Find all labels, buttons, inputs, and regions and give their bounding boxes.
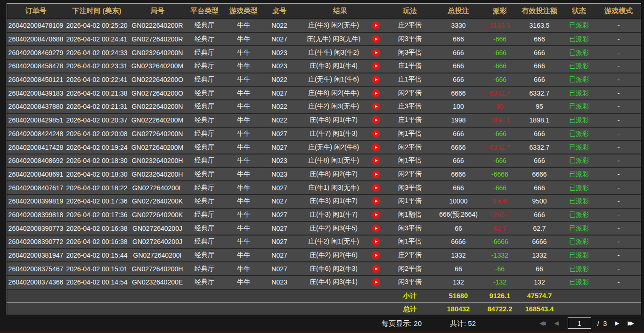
cell-game-mode: -	[596, 181, 641, 195]
cell-result: 庄(牛2) 闲2(牛6)	[295, 249, 385, 262]
play-icon[interactable]	[372, 278, 380, 286]
cell-result: 庄(无牛) 闲1(牛6)	[295, 73, 385, 87]
play-icon[interactable]	[372, 265, 380, 273]
play-icon[interactable]	[372, 130, 380, 138]
cell-payout: -666	[482, 73, 517, 87]
bet-records-table: 订单号下注时间 (美东)局号平台类型游戏类型桌号结果玩法总投注派彩有效投注额状态…	[7, 3, 641, 316]
cell-platform-type: 经典厅	[186, 32, 223, 46]
cell-status: 已派彩	[562, 221, 596, 235]
grand-total-row-total-bet: 180432	[434, 302, 482, 316]
cell-game-type: 牛牛	[223, 249, 264, 262]
cell-result: 庄(牛2) 闲3(牛5)	[295, 221, 385, 235]
cell-game-mode: -	[596, 100, 641, 114]
table-row: 2604020084242482026-04-02 00:20:08GN0272…	[7, 127, 641, 141]
play-icon[interactable]	[372, 76, 380, 83]
play-icon[interactable]	[372, 197, 380, 205]
cell-order-number: 260402008450121	[7, 73, 65, 87]
cell-platform-type: 经典厅	[186, 249, 223, 262]
result-text: 庄(牛8) 闲2(牛牛)	[308, 89, 359, 97]
result-text: 庄(牛6) 闲2(牛3)	[310, 265, 358, 273]
cell-play-type: 闲2平倍	[385, 168, 434, 181]
cell-bet-time: 2026-04-02 00:23:31	[65, 59, 129, 73]
play-icon[interactable]	[372, 211, 380, 219]
table-row: 2604020084391832026-04-02 00:21:38GN0272…	[7, 86, 641, 100]
cell-result: 庄(无牛) 闲3(无牛)	[295, 32, 385, 46]
play-icon[interactable]	[372, 238, 380, 245]
first-page-button[interactable]	[539, 318, 546, 328]
page-input[interactable]	[568, 317, 591, 329]
prev-page-button[interactable]	[554, 318, 559, 328]
table-row: 2604020083743662026-04-02 00:14:54GN0232…	[7, 276, 641, 289]
table-row: 2604020084378802026-04-02 00:21:31GN0222…	[7, 100, 641, 114]
cell-play-type: 庄1平倍	[385, 114, 434, 127]
cell-bet-time: 2026-04-02 00:17:36	[65, 208, 129, 222]
cell-play-type: 闲1平倍	[385, 195, 434, 208]
cell-payout: -666	[482, 32, 517, 46]
cell-valid-bet: 666	[517, 32, 562, 46]
table-row: 2604020084706882026-04-02 00:24:41GN0272…	[7, 32, 641, 46]
last-page-button[interactable]	[628, 318, 634, 328]
play-icon[interactable]	[372, 89, 380, 97]
cell-platform-type: 经典厅	[186, 168, 223, 181]
cell-payout: -66	[482, 262, 517, 276]
cell-game-mode: -	[596, 46, 641, 59]
cell-result: 庄(牛8) 闲1(牛7)	[295, 114, 385, 127]
cell-total-bet: 666	[434, 32, 482, 46]
cell-payout: -6666	[482, 235, 517, 249]
cell-game-mode: -	[596, 19, 641, 32]
cell-valid-bet: 132	[517, 276, 562, 289]
subtotal-row-payout: 9126.1	[482, 289, 517, 303]
cell-bet-time: 2026-04-02 00:18:30	[65, 168, 129, 181]
cell-total-bet: 666	[434, 127, 482, 141]
cell-table-number: N022	[264, 100, 295, 114]
cell-game-type: 牛牛	[223, 19, 264, 32]
cell-bet-time: 2026-04-02 00:16:38	[65, 235, 129, 249]
cell-game-mode: -	[596, 86, 641, 100]
play-icon[interactable]	[372, 22, 380, 29]
col-header-3: 平台类型	[186, 4, 223, 19]
col-header-9: 派彩	[482, 4, 517, 19]
cell-order-number: 260402008408691	[7, 168, 65, 181]
play-icon[interactable]	[372, 252, 380, 259]
cell-round-number: GN0232640200N	[129, 46, 186, 59]
records-grid: 订单号下注时间 (美东)局号平台类型游戏类型桌号结果玩法总投注派彩有效投注额状态…	[7, 4, 641, 316]
play-icon[interactable]	[372, 35, 380, 43]
play-icon[interactable]	[372, 116, 380, 124]
cell-game-mode: -	[596, 114, 641, 127]
cell-bet-time: 2026-04-02 00:24:33	[65, 46, 129, 59]
cell-payout: 6332.7	[482, 140, 517, 154]
cell-order-number: 260402008399819	[7, 195, 65, 208]
table-row: 2604020084086912026-04-02 00:18:30GN0232…	[7, 168, 641, 181]
play-icon[interactable]	[372, 49, 380, 57]
cell-play-type: 庄2平倍	[385, 19, 434, 32]
cell-total-bet: 666	[434, 73, 482, 87]
cell-game-mode: -	[596, 127, 641, 141]
play-icon[interactable]	[372, 171, 380, 178]
play-icon[interactable]	[372, 62, 380, 70]
cell-order-number: 260402008390773	[7, 221, 65, 235]
cell-valid-bet: 666	[517, 73, 562, 87]
cell-order-number: 260402008375467	[7, 262, 65, 276]
play-icon[interactable]	[372, 103, 380, 110]
next-page-button[interactable]	[615, 318, 619, 328]
play-icon[interactable]	[372, 184, 380, 192]
cell-game-type: 牛牛	[223, 276, 264, 289]
cell-game-mode: -	[596, 262, 641, 276]
cell-platform-type: 经典厅	[186, 235, 223, 249]
cell-platform-type: 经典厅	[186, 19, 223, 32]
cell-payout: 62.7	[482, 221, 517, 235]
cell-valid-bet: 6332.7	[517, 86, 562, 100]
play-icon[interactable]	[372, 144, 380, 151]
cell-result: 庄(牛3) 闲2(无牛)	[295, 19, 385, 32]
cell-bet-time: 2026-04-02 00:22:41	[65, 73, 129, 87]
play-icon[interactable]	[372, 157, 380, 164]
cell-order-number: 260402008458478	[7, 59, 65, 73]
cell-bet-time: 2026-04-02 00:19:24	[65, 140, 129, 154]
cell-order-number: 260402008374366	[7, 276, 65, 289]
cell-game-mode: -	[596, 154, 641, 168]
cell-total-bet: 666	[434, 59, 482, 73]
cell-order-number: 260402008470688	[7, 32, 65, 46]
play-icon[interactable]	[372, 225, 380, 232]
cell-play-type: 闲1翻倍	[385, 208, 434, 222]
result-text: 庄(牛3) 闲1(牛7)	[310, 197, 358, 205]
